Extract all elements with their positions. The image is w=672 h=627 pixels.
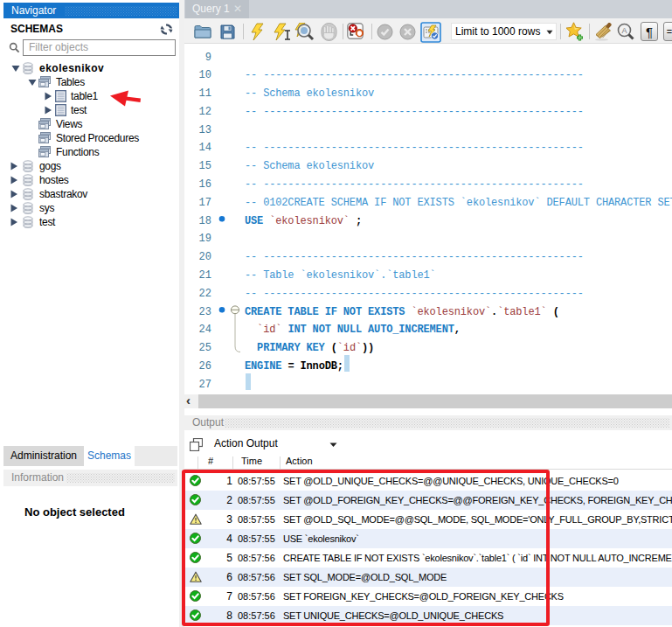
svg-text:A: A	[621, 26, 627, 35]
